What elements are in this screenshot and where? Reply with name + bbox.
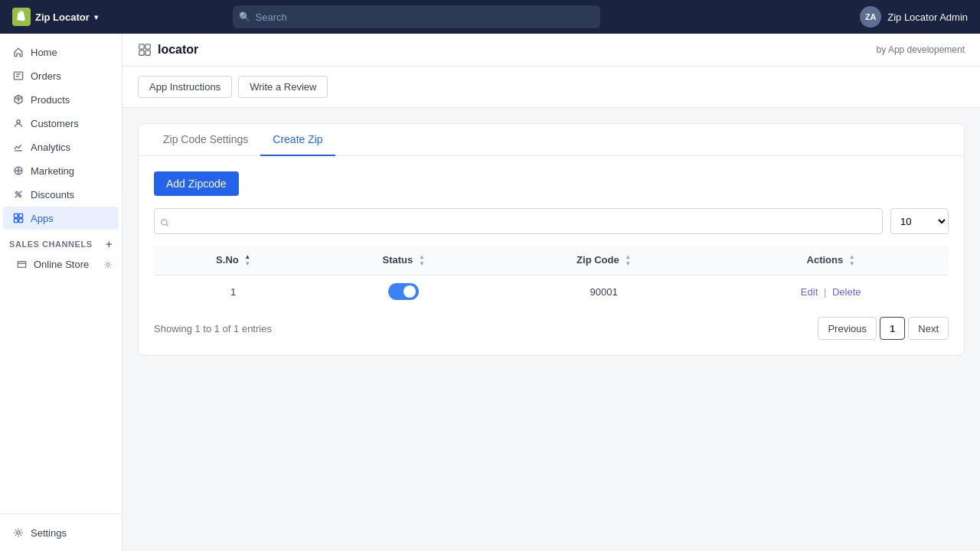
sidebar-item-apps[interactable]: Apps [3, 207, 119, 230]
sort-icon-zipcode: ▲ ▼ [625, 254, 631, 267]
sort-icon-sno: ▲ ▼ [244, 254, 250, 267]
tab-create-zip[interactable]: Create Zip [260, 124, 335, 156]
page-header-left: locator [138, 43, 198, 57]
col-sno[interactable]: S.No ▲ ▼ [154, 246, 312, 276]
sidebar-label-online-store: Online Store [34, 259, 89, 270]
sidebar-item-products[interactable]: Products [3, 88, 119, 111]
svg-point-3 [16, 192, 18, 194]
previous-button[interactable]: Previous [818, 317, 877, 340]
sidebar-item-online-store[interactable]: Online Store [0, 253, 122, 275]
main-card: Zip Code Settings Create Zip Add Zipcode [138, 123, 965, 356]
tab-content: Add Zipcode 10 25 [139, 156, 964, 355]
content-area: locator by App developement App Instruct… [122, 34, 980, 551]
sidebar: Home Orders Products Customers [0, 34, 122, 551]
svg-rect-14 [139, 51, 144, 55]
topbar-right: ZA Zip Locator Admin [860, 6, 968, 28]
sidebar-nav: Home Orders Products Customers [0, 34, 122, 514]
apps-icon [12, 212, 24, 224]
svg-point-1 [17, 120, 20, 123]
orders-icon [12, 70, 24, 82]
sidebar-label-orders: Orders [31, 70, 61, 82]
store-logo[interactable]: Zip Locator ▾ [12, 8, 98, 26]
settings-icon [12, 527, 24, 539]
svg-point-4 [19, 195, 21, 197]
tabs: Zip Code Settings Create Zip [139, 124, 964, 156]
table-row: 1 90001 Edit | [154, 276, 949, 308]
store-name: Zip Locator [35, 11, 90, 23]
showing-text: Showing 1 to 1 of 1 entries [154, 323, 272, 334]
sort-icon-actions: ▲ ▼ [849, 254, 855, 267]
sidebar-item-marketing[interactable]: Marketing [3, 159, 119, 182]
table-controls: 10 25 50 100 [154, 208, 949, 234]
svg-point-11 [17, 531, 20, 534]
discounts-icon [12, 188, 24, 201]
zip-table: S.No ▲ ▼ Status ▲ [154, 246, 949, 308]
sidebar-item-orders[interactable]: Orders [3, 64, 119, 87]
sidebar-bottom: Settings [0, 514, 122, 551]
card-area: Zip Code Settings Create Zip Add Zipcode [122, 108, 980, 371]
app-instructions-button[interactable]: App Instructions [138, 76, 232, 98]
sidebar-label-discounts: Discounts [31, 189, 74, 201]
cell-sno: 1 [154, 276, 312, 308]
action-separator: | [824, 286, 826, 298]
home-icon [12, 46, 24, 58]
app-grid-icon [138, 43, 152, 57]
cell-status [312, 276, 495, 308]
sidebar-label-products: Products [31, 94, 70, 106]
sidebar-item-home[interactable]: Home [3, 41, 119, 64]
sidebar-label-analytics: Analytics [31, 142, 70, 153]
sidebar-item-discounts[interactable]: Discounts [3, 183, 119, 206]
per-page-select[interactable]: 10 25 50 100 [890, 208, 949, 234]
user-label: Zip Locator Admin [887, 11, 968, 23]
search-input[interactable] [233, 5, 600, 28]
sidebar-label-customers: Customers [31, 118, 79, 129]
online-store-icon [15, 258, 28, 270]
svg-rect-5 [14, 214, 18, 217]
sidebar-item-settings[interactable]: Settings [3, 521, 119, 544]
svg-point-16 [162, 219, 167, 224]
toggle-slider [388, 283, 419, 300]
edit-link[interactable]: Edit [801, 286, 818, 298]
table-search-input[interactable] [154, 208, 883, 234]
svg-rect-15 [145, 51, 150, 55]
products-icon [12, 93, 24, 106]
sidebar-label-home: Home [31, 47, 57, 58]
svg-rect-12 [139, 44, 144, 49]
svg-rect-6 [19, 214, 23, 217]
sidebar-label-settings: Settings [31, 527, 67, 539]
table-header-row: S.No ▲ ▼ Status ▲ [154, 246, 949, 276]
col-actions[interactable]: Actions ▲ ▼ [713, 246, 949, 276]
status-toggle[interactable] [388, 283, 419, 300]
svg-rect-7 [14, 219, 18, 223]
col-status[interactable]: Status ▲ ▼ [312, 246, 495, 276]
page-controls: Previous 1 Next [818, 317, 949, 340]
chevron-down-icon: ▾ [94, 13, 98, 21]
next-button[interactable]: Next [908, 317, 949, 340]
global-search: 🔍 [233, 5, 600, 28]
sort-icon-status: ▲ ▼ [419, 254, 425, 267]
marketing-icon [12, 165, 24, 177]
table-search-icon [160, 215, 169, 227]
svg-rect-9 [18, 261, 25, 267]
svg-point-10 [106, 263, 109, 266]
analytics-icon [12, 141, 24, 153]
col-zipcode[interactable]: Zip Code ▲ ▼ [495, 246, 713, 276]
per-page-control: 10 25 50 100 [890, 208, 949, 234]
sidebar-item-customers[interactable]: Customers [3, 112, 119, 135]
page-title: locator [158, 43, 198, 57]
action-bar: App Instructions Write a Review [122, 67, 980, 108]
delete-link[interactable]: Delete [832, 286, 861, 298]
write-review-button[interactable]: Write a Review [238, 76, 328, 98]
add-zipcode-button[interactable]: Add Zipcode [154, 171, 239, 196]
topbar: Zip Locator ▾ 🔍 ZA Zip Locator Admin [0, 0, 980, 34]
tab-zip-code-settings[interactable]: Zip Code Settings [151, 124, 260, 156]
add-sales-channel-icon[interactable]: + [106, 238, 113, 250]
shopify-icon [12, 8, 31, 26]
sidebar-label-marketing: Marketing [31, 165, 74, 177]
table-search-container [154, 208, 883, 234]
customers-icon [12, 117, 24, 129]
online-store-gear-icon[interactable] [103, 259, 113, 270]
page-1-button[interactable]: 1 [880, 317, 905, 340]
sidebar-item-analytics[interactable]: Analytics [3, 135, 119, 158]
page-by-text: by App developement [877, 44, 965, 55]
